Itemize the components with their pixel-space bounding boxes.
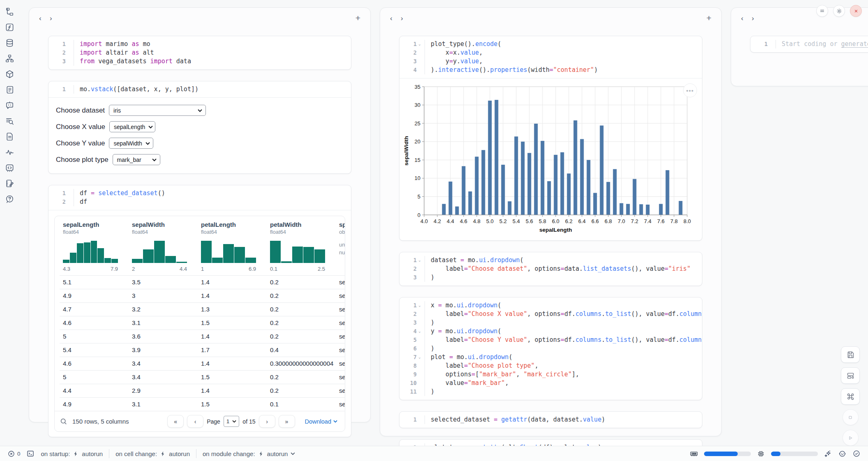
- expand-right-icon[interactable]: ›: [752, 15, 762, 22]
- menu-button[interactable]: [816, 5, 828, 17]
- run-button[interactable]: [843, 430, 859, 446]
- shutdown-button[interactable]: [850, 5, 862, 17]
- svg-text:5: 5: [418, 194, 420, 200]
- sidebar-item-file-tree[interactable]: [5, 7, 15, 17]
- sidebar-item-function[interactable]: [5, 22, 15, 32]
- svg-text:5.0: 5.0: [486, 218, 494, 224]
- choose-x-value-select[interactable]: sepalLength: [109, 121, 155, 132]
- table-cell: setosa: [336, 343, 345, 357]
- fold-icon[interactable]: ⌄: [418, 256, 422, 265]
- svg-text:4.8: 4.8: [473, 218, 480, 224]
- code-line: 2 label="Choose dataset", options=data.l…: [401, 265, 697, 273]
- sepal-bar-chart[interactable]: 4.04.24.44.64.85.05.25.45.65.86.06.26.46…: [402, 82, 699, 235]
- connection-status-button[interactable]: [852, 449, 861, 458]
- prev-page-button[interactable]: ‹: [187, 415, 203, 428]
- control-label: Choose dataset: [56, 106, 105, 115]
- column-header[interactable]: sepalLengthfloat644.37.9: [60, 220, 129, 275]
- expand-right-icon[interactable]: ›: [401, 15, 411, 22]
- choose-y-value-select[interactable]: sepalWidth: [109, 138, 153, 149]
- sidebar-item-dependency-graph[interactable]: [5, 53, 15, 64]
- chevron-down-icon: [198, 109, 202, 112]
- column-header[interactable]: speciesobjectunique:nulls:: [336, 220, 345, 275]
- chat-bot-button[interactable]: [838, 449, 847, 458]
- fold-icon[interactable]: ⌄: [418, 301, 422, 310]
- line-number: 4⌄: [401, 327, 425, 336]
- collapse-left-icon[interactable]: ‹: [741, 15, 752, 22]
- first-page-button[interactable]: «: [167, 415, 184, 428]
- sidebar-item-tracing[interactable]: [5, 147, 15, 157]
- stop-button[interactable]: [843, 409, 859, 425]
- help-icon: [5, 194, 14, 204]
- save-icon: [846, 350, 855, 359]
- settings-button[interactable]: [833, 5, 845, 17]
- code-line: 2 label="Choose X value", options=df.col…: [401, 310, 697, 318]
- last-page-button[interactable]: »: [279, 415, 295, 428]
- table-cell: 3.4: [129, 357, 198, 370]
- code-line: 3): [401, 318, 697, 327]
- download-button[interactable]: Download: [302, 418, 340, 425]
- keyboard-shortcuts-button[interactable]: [841, 388, 860, 405]
- sidebar-item-snippets[interactable]: [5, 163, 15, 173]
- fold-icon[interactable]: ⌄: [418, 40, 422, 48]
- right-column-panel: ‹ › 1 Start coding or generate with: [731, 7, 868, 86]
- terminal-button[interactable]: [26, 449, 35, 458]
- choose-dataset-select[interactable]: iris: [109, 105, 206, 116]
- expand-right-icon[interactable]: ›: [50, 15, 60, 22]
- memory-icon: [690, 449, 698, 458]
- cell-empty[interactable]: 1 Start coding or generate with: [750, 36, 868, 53]
- table-cell: 0.2: [267, 316, 336, 330]
- choose-plot-type-select[interactable]: mark_bar: [113, 154, 160, 165]
- column-header[interactable]: sepalWidthfloat6424.4: [129, 220, 198, 275]
- layout-button[interactable]: [841, 367, 860, 384]
- close-icon: [853, 8, 859, 14]
- code-line: 10 value="mark_bar",: [401, 379, 697, 387]
- generate-link[interactable]: generate: [841, 40, 868, 48]
- column-header[interactable]: petalWidthfloat640.12.5: [267, 220, 336, 275]
- chart-menu-button[interactable]: •••: [683, 83, 697, 97]
- errors-button[interactable]: 0: [7, 450, 20, 458]
- sidebar-item-scratchpad[interactable]: [5, 178, 15, 189]
- ai-assist-button[interactable]: [824, 449, 832, 458]
- svg-text:5.4: 5.4: [512, 218, 520, 224]
- floating-actions: [841, 346, 860, 446]
- save-button[interactable]: [841, 346, 860, 363]
- gear-icon: [836, 8, 843, 14]
- menu-icon: [819, 8, 825, 14]
- next-page-button[interactable]: ›: [259, 415, 275, 428]
- on-startup-setting[interactable]: on startup: autorun: [41, 450, 103, 457]
- table-cell: 4.4: [60, 384, 129, 397]
- line-number: 8: [401, 362, 425, 370]
- sidebar-item-document[interactable]: [5, 131, 15, 142]
- collapse-left-icon[interactable]: ‹: [39, 15, 50, 22]
- table-row: 4.63.11.50.2setosa: [60, 316, 345, 330]
- control-label: Choose plot type: [56, 156, 108, 164]
- table-cell: 3: [129, 289, 198, 302]
- column-header[interactable]: petalLengthfloat6416.9: [198, 220, 267, 275]
- fold-icon[interactable]: ⌄: [418, 327, 422, 336]
- sidebar-item-database[interactable]: [5, 38, 15, 48]
- sidebar-item-list-search[interactable]: [5, 116, 15, 126]
- add-cell-button[interactable]: +: [706, 13, 711, 23]
- on-module-change-setting[interactable]: on module change: autorun: [203, 450, 295, 457]
- table-cell: 1.4: [198, 357, 267, 370]
- table-row: 53.61.40.2setosa: [60, 330, 345, 343]
- add-cell-button[interactable]: +: [356, 13, 360, 23]
- collapse-left-icon[interactable]: ‹: [390, 15, 401, 22]
- on-cell-change-setting[interactable]: on cell change: autorun: [115, 450, 190, 457]
- code-line: 1 Start coding or generate with: [752, 40, 868, 48]
- sidebar-item-logs[interactable]: [5, 85, 15, 95]
- table-cell: 0.2: [267, 371, 336, 384]
- sidebar-item-help[interactable]: [5, 194, 15, 204]
- svg-text:6.0: 6.0: [552, 218, 559, 224]
- table-cell: 4.9: [60, 289, 129, 302]
- code-line: 3 y=y.value,: [401, 57, 697, 66]
- page-select[interactable]: 1: [224, 416, 240, 427]
- sidebar-item-package[interactable]: [5, 69, 15, 79]
- table-cell: 5: [60, 371, 129, 384]
- sidebar-item-chat[interactable]: [5, 100, 15, 111]
- search-icon[interactable]: [60, 417, 67, 425]
- error-circle-icon: [7, 450, 15, 458]
- table-cell: 1.4: [198, 276, 267, 289]
- fold-icon[interactable]: ⌄: [418, 353, 422, 362]
- marimo-app: ‹ › + 1import marimo as mo2import altair…: [0, 0, 868, 461]
